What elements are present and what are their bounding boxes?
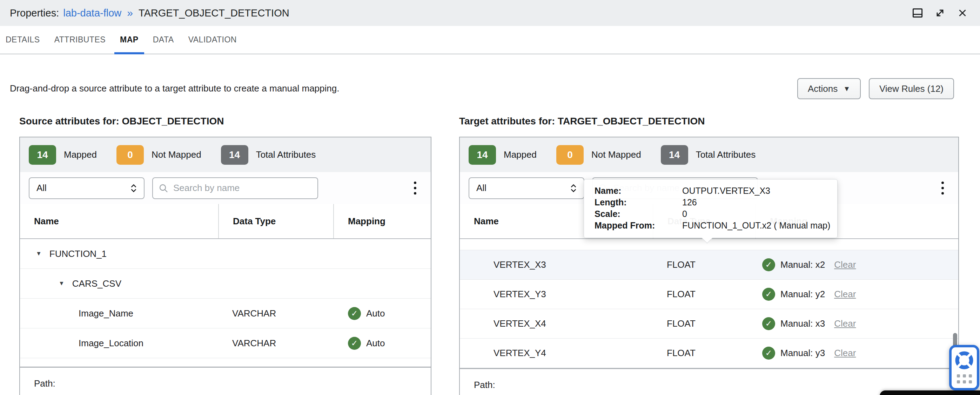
mapping-instruction: Drag-and-drop a source attribute to a ta… bbox=[10, 83, 339, 94]
actions-button[interactable]: Actions ▼ bbox=[797, 78, 861, 99]
source-panel-title: Source attributes for: OBJECT_DETECTION bbox=[19, 116, 224, 127]
select-chevrons-icon bbox=[129, 183, 138, 194]
source-filter-row: All bbox=[20, 172, 431, 204]
tooltip-mapped-from-label: Mapped From: bbox=[595, 220, 682, 231]
collapse-caret-icon[interactable]: ▼ bbox=[36, 250, 42, 257]
mapped-check-icon: ✓ bbox=[762, 317, 775, 330]
breadcrumb: Properties: lab-data-flow » TARGET_OBJEC… bbox=[10, 7, 290, 19]
source-not-mapped-badge: 0 bbox=[116, 145, 144, 165]
target-path-label: Path: bbox=[460, 369, 958, 390]
target-overflow-menu-icon[interactable] bbox=[935, 179, 950, 197]
target-not-mapped-badge: 0 bbox=[556, 145, 584, 165]
assistant-widget[interactable] bbox=[949, 345, 979, 390]
view-rules-button[interactable]: View Rules (12) bbox=[869, 78, 954, 99]
attr-data-type: VARCHAR bbox=[219, 308, 334, 319]
collapse-caret-icon[interactable]: ▼ bbox=[59, 280, 65, 287]
mapping-status: Manual: x3 bbox=[780, 318, 825, 329]
attr-data-type: VARCHAR bbox=[219, 338, 334, 349]
clear-mapping-link[interactable]: Clear bbox=[834, 318, 856, 329]
tab-map[interactable]: MAP bbox=[115, 26, 144, 54]
target-filter-selected-value: All bbox=[476, 182, 487, 194]
mapping-status: Auto bbox=[366, 308, 385, 319]
target-attr-row-vertex-x4[interactable]: VERTEX_X4 FLOAT ✓ Manual: x3 Clear bbox=[460, 309, 958, 339]
view-rules-label: View Rules (12) bbox=[879, 83, 943, 94]
source-col-data-type[interactable]: Data Type bbox=[219, 204, 334, 238]
source-col-name[interactable]: Name bbox=[20, 204, 219, 238]
mapping-status: Manual: y2 bbox=[780, 289, 825, 300]
mapping-status: Manual: y3 bbox=[780, 348, 825, 359]
source-search-box bbox=[152, 177, 318, 199]
tooltip-scale-value: 0 bbox=[682, 208, 687, 220]
attr-name: Image_Location bbox=[20, 338, 219, 349]
actions-caret-icon: ▼ bbox=[843, 85, 850, 93]
expand-icon[interactable] bbox=[932, 5, 948, 21]
clear-mapping-link[interactable]: Clear bbox=[834, 289, 856, 300]
tab-validation[interactable]: VALIDATION bbox=[183, 26, 242, 54]
target-panel: 14 Mapped 0 Not Mapped 14 Total Attribut… bbox=[459, 137, 959, 395]
actions-button-label: Actions bbox=[808, 83, 838, 94]
source-panel: 14 Mapped 0 Not Mapped 14 Total Attribut… bbox=[19, 137, 431, 395]
source-group-row-cars-csv[interactable]: ▼ CARS_CSV bbox=[20, 269, 431, 298]
attr-data-type: FLOAT bbox=[654, 348, 756, 359]
attr-name: VERTEX_Y3 bbox=[460, 289, 654, 300]
properties-label: Properties: bbox=[10, 7, 59, 19]
source-mapped-label: Mapped bbox=[64, 149, 97, 160]
bottom-notification-bar bbox=[880, 390, 980, 395]
attr-data-type: FLOAT bbox=[654, 289, 756, 300]
source-mapped-badge: 14 bbox=[29, 145, 56, 165]
target-total-badge: 14 bbox=[661, 145, 688, 165]
target-mapped-badge: 14 bbox=[469, 145, 496, 165]
attr-name: Image_Name bbox=[20, 308, 219, 319]
source-col-mapping[interactable]: Mapping bbox=[334, 204, 431, 238]
clear-mapping-link[interactable]: Clear bbox=[834, 259, 856, 270]
tooltip-name-label: Name: bbox=[595, 185, 682, 197]
source-summary-bar: 14 Mapped 0 Not Mapped 14 Total Attribut… bbox=[20, 137, 431, 172]
target-panel-title: Target attributes for: TARGET_OBJECT_DET… bbox=[459, 116, 705, 127]
target-attr-row-vertex-y3[interactable]: VERTEX_Y3 FLOAT ✓ Manual: y2 Clear bbox=[460, 280, 958, 309]
group-name: FUNCTION_1 bbox=[49, 249, 107, 259]
attribute-tooltip: Name: OUTPUT.VERTEX_X3 Length: 126 Scale… bbox=[584, 179, 838, 238]
tooltip-length-value: 126 bbox=[682, 197, 697, 208]
source-overflow-menu-icon[interactable] bbox=[408, 179, 422, 197]
source-group-row-function1[interactable]: ▼ FUNCTION_1 bbox=[20, 239, 431, 269]
life-ring-icon[interactable] bbox=[955, 351, 974, 370]
target-filter-select[interactable]: All bbox=[469, 177, 584, 199]
select-chevrons-icon bbox=[569, 183, 578, 194]
tooltip-name-value: OUTPUT.VERTEX_X3 bbox=[682, 185, 770, 197]
source-filter-selected-value: All bbox=[37, 182, 47, 194]
tab-data[interactable]: DATA bbox=[147, 26, 180, 54]
mapping-status: Auto bbox=[366, 338, 385, 349]
mapped-check-icon: ✓ bbox=[348, 307, 361, 320]
breadcrumb-current: TARGET_OBJECT_DETECTION bbox=[138, 7, 290, 19]
tooltip-scale-label: Scale: bbox=[595, 208, 682, 220]
attr-data-type: FLOAT bbox=[654, 318, 756, 329]
target-mapped-label: Mapped bbox=[504, 149, 537, 160]
tab-attributes[interactable]: ATTRIBUTES bbox=[49, 26, 111, 54]
target-attr-row-vertex-y4[interactable]: VERTEX_Y4 FLOAT ✓ Manual: y3 Clear bbox=[460, 339, 958, 368]
mapping-status: Manual: x2 bbox=[780, 259, 825, 270]
attr-name: VERTEX_X3 bbox=[460, 259, 654, 270]
clear-mapping-link[interactable]: Clear bbox=[834, 348, 856, 359]
source-table-header: Name Data Type Mapping bbox=[20, 204, 431, 239]
attr-data-type: FLOAT bbox=[654, 259, 756, 270]
source-search-input[interactable] bbox=[173, 182, 312, 194]
source-filter-select[interactable]: All bbox=[29, 177, 145, 199]
drag-handle-grid-icon[interactable] bbox=[957, 374, 972, 384]
mapped-check-icon: ✓ bbox=[762, 258, 775, 271]
breadcrumb-flow-link[interactable]: lab-data-flow bbox=[63, 7, 121, 19]
split-panel-icon[interactable] bbox=[910, 5, 925, 21]
target-attr-row-vertex-x3[interactable]: VERTEX_X3 FLOAT ✓ Manual: x2 Clear bbox=[460, 250, 958, 280]
source-not-mapped-label: Not Mapped bbox=[151, 149, 201, 160]
tooltip-mapped-from-value: FUNCTION_1_OUT.x2 ( Manual map) bbox=[682, 220, 830, 231]
source-attr-row-image-location[interactable]: Image_Location VARCHAR ✓ Auto bbox=[20, 328, 431, 358]
source-total-badge: 14 bbox=[221, 145, 248, 165]
close-icon[interactable] bbox=[955, 5, 970, 21]
attr-name: VERTEX_Y4 bbox=[460, 348, 654, 359]
source-attr-row-image-name[interactable]: Image_Name VARCHAR ✓ Auto bbox=[20, 298, 431, 328]
attr-name: VERTEX_X4 bbox=[460, 318, 654, 329]
source-path-label: Path: bbox=[20, 368, 431, 389]
mapped-check-icon: ✓ bbox=[348, 337, 361, 350]
target-total-label: Total Attributes bbox=[696, 149, 756, 160]
tab-details[interactable]: DETAILS bbox=[0, 26, 46, 54]
source-total-label: Total Attributes bbox=[256, 149, 316, 160]
